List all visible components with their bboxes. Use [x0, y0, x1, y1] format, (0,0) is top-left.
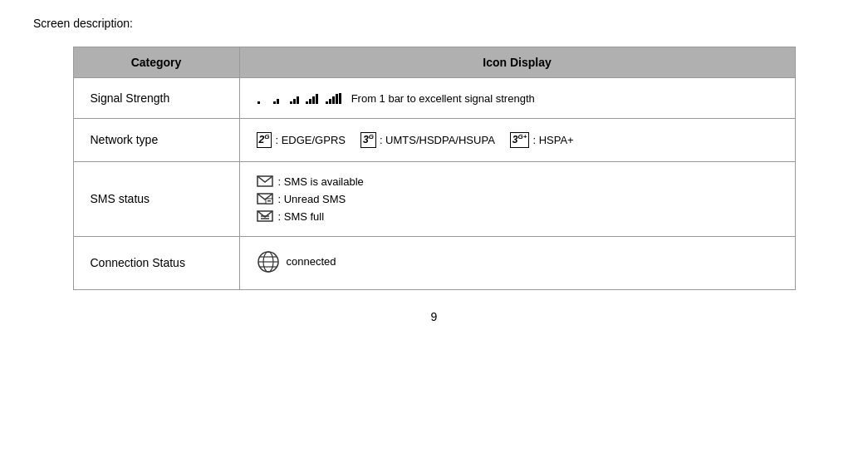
svg-rect-1: [273, 101, 276, 104]
signal-2bar-icon: [272, 93, 284, 105]
sms-available-label: : SMS is available: [278, 175, 364, 188]
sms-available-row: : SMS is available: [257, 175, 778, 188]
column-header-category: Category: [73, 47, 239, 78]
signal-5bar-icon: [325, 93, 343, 105]
svg-rect-8: [312, 96, 315, 104]
svg-rect-3: [290, 101, 292, 104]
svg-rect-6: [306, 101, 308, 104]
table-wrapper: Category Icon Display Signal Strength: [73, 47, 796, 290]
svg-rect-13: [336, 94, 338, 104]
svg-rect-18: [267, 200, 271, 202]
2g-label: : EDGE/GPRS: [275, 134, 346, 146]
network-3g-icon: 3G : UMTS/HSDPA/HSUPA: [360, 132, 495, 148]
network-icons-group: 2G : EDGE/GPRS 3G : UMTS/HSDPA/HSUPA 3G+…: [257, 132, 778, 148]
3g-label: : UMTS/HSDPA/HSUPA: [380, 134, 495, 146]
icon-display-signal-strength: From 1 bar to excellent signal strength: [239, 78, 795, 119]
row-network-type: Network type 2G : EDGE/GPRS 3G : UMTS/HS…: [73, 119, 795, 162]
svg-rect-4: [293, 99, 296, 104]
svg-rect-9: [316, 94, 318, 104]
row-connection-status: Connection Status connected: [73, 236, 795, 289]
signal-strength-description: From 1 bar to excellent signal strength: [351, 92, 535, 105]
signal-3bar-icon: [289, 93, 301, 105]
signal-4bar-icon: [305, 93, 320, 105]
screen-description-label: Screen description:: [33, 17, 835, 30]
icon-display-network-type: 2G : EDGE/GPRS 3G : UMTS/HSDPA/HSUPA 3G+…: [239, 119, 795, 162]
svg-rect-11: [329, 99, 331, 104]
sms-unread-row: : Unread SMS: [257, 193, 778, 205]
globe-connected-icon: [257, 250, 280, 273]
icon-display-connection-status: connected: [239, 236, 795, 289]
3gplus-label: : HSPA+: [532, 134, 573, 146]
signal-1bar-icon: [257, 93, 268, 105]
category-network-type: Network type: [73, 119, 239, 162]
category-signal-strength: Signal Strength: [73, 78, 239, 119]
sms-unread-label: : Unread SMS: [278, 193, 346, 205]
sms-icons-list: : SMS is available : Unread SMS: [257, 175, 778, 223]
svg-rect-7: [309, 99, 311, 104]
svg-rect-0: [257, 101, 260, 104]
svg-rect-5: [297, 96, 299, 104]
connection-status-label: connected: [287, 255, 336, 268]
column-header-icon-display: Icon Display: [239, 47, 795, 78]
sms-unread-icon: [257, 193, 273, 204]
sms-available-icon: [257, 175, 273, 187]
category-connection-status: Connection Status: [73, 236, 239, 289]
svg-rect-2: [277, 99, 279, 104]
row-sms-status: SMS status : SMS is available: [73, 161, 795, 236]
connection-icons-group: connected: [257, 250, 336, 273]
category-sms-status: SMS status: [73, 161, 239, 236]
3g-badge: 3G: [360, 132, 376, 148]
3gplus-badge: 3G+: [510, 132, 530, 148]
signal-icons-group: [257, 92, 351, 105]
sms-full-icon: [257, 210, 273, 222]
network-2g-icon: 2G : EDGE/GPRS: [257, 132, 346, 148]
svg-rect-14: [339, 93, 341, 104]
page-number: 9: [33, 310, 835, 323]
2g-badge: 2G: [257, 132, 272, 148]
svg-rect-10: [326, 101, 328, 104]
icon-display-sms-status: : SMS is available : Unread SMS: [239, 161, 795, 236]
sms-full-row: : SMS full: [257, 210, 778, 223]
network-3gplus-icon: 3G+ : HSPA+: [510, 132, 574, 148]
row-signal-strength: Signal Strength: [73, 78, 795, 119]
icon-display-table: Category Icon Display Signal Strength: [73, 47, 796, 290]
svg-rect-12: [332, 96, 335, 104]
sms-full-label: : SMS full: [278, 210, 325, 223]
